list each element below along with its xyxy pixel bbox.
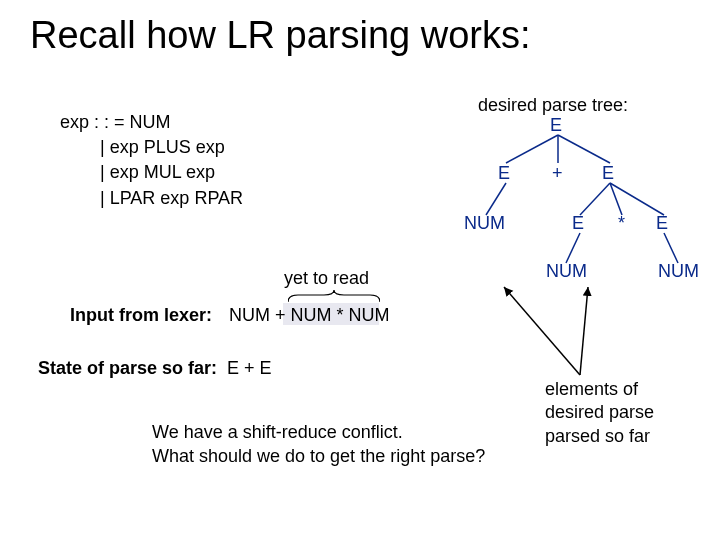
svg-line-2	[558, 135, 610, 163]
svg-line-6	[610, 183, 664, 215]
input-from-lexer-label: Input from lexer:	[70, 305, 212, 326]
tree-node-l3-left: NUM	[546, 261, 587, 282]
svg-line-0	[506, 135, 558, 163]
conflict-text: We have a shift-reduce conflict. What sh…	[152, 420, 485, 469]
svg-line-7	[566, 233, 580, 263]
tree-node-l2-r3: E	[656, 213, 668, 234]
parse-tree: E E + E NUM E * E NUM NUM	[450, 115, 710, 335]
elements-note-line-2: desired parse	[545, 401, 654, 424]
elements-note: elements of desired parse parsed so far	[545, 378, 654, 448]
tree-node-root: E	[550, 115, 562, 136]
state-of-parse-label: State of parse so far:	[38, 358, 217, 379]
tree-node-l2-r2: *	[618, 213, 625, 234]
svg-line-4	[580, 183, 610, 215]
state-of-parse-value: E + E	[227, 358, 272, 379]
grammar-line-2: | exp PLUS exp	[100, 135, 243, 160]
desired-parse-tree-label: desired parse tree:	[478, 95, 628, 116]
tree-node-l2-left: NUM	[464, 213, 505, 234]
tree-node-l2-r1: E	[572, 213, 584, 234]
tree-node-l1-mid: +	[552, 163, 563, 184]
tree-node-l1-left: E	[498, 163, 510, 184]
svg-line-8	[664, 233, 678, 263]
svg-line-3	[486, 183, 506, 215]
input-from-lexer-value: NUM + NUM * NUM	[227, 305, 392, 326]
tree-node-l3-right: NUM	[658, 261, 699, 282]
elements-note-line-3: parsed so far	[545, 425, 654, 448]
brace-icon	[288, 290, 380, 302]
slide-title: Recall how LR parsing works:	[30, 14, 531, 57]
grammar-block: exp : : = NUM | exp PLUS exp | exp MUL e…	[60, 110, 243, 211]
svg-line-5	[610, 183, 622, 215]
grammar-line-4: | LPAR exp RPAR	[100, 186, 243, 211]
tree-node-l1-right: E	[602, 163, 614, 184]
conflict-line-1: We have a shift-reduce conflict.	[152, 420, 485, 444]
yet-to-read-label: yet to read	[284, 268, 369, 289]
grammar-line-3: | exp MUL exp	[100, 160, 243, 185]
conflict-line-2: What should we do to get the right parse…	[152, 444, 485, 468]
grammar-line-1: exp : : = NUM	[60, 110, 243, 135]
elements-note-line-1: elements of	[545, 378, 654, 401]
